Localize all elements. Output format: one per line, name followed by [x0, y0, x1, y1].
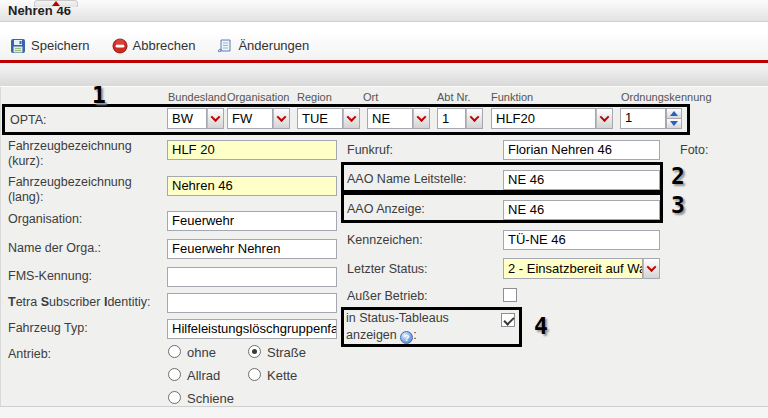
label-antrieb: Antrieb:: [8, 347, 160, 362]
save-button-label: Speichern: [31, 38, 90, 53]
letzter-status-dropdown-button[interactable]: [643, 258, 660, 279]
opta-label: OPTA:: [10, 113, 162, 128]
opta-organisation-value[interactable]: FW: [227, 108, 273, 129]
letzter-status-value[interactable]: 2 - Einsatzbereit auf Wac: [503, 258, 643, 279]
label-organisation: Organisation:: [8, 212, 160, 227]
opta-ordnungskennung-field[interactable]: 1: [620, 108, 666, 129]
label-kennzeichen: Kennzeichen:: [347, 233, 499, 248]
input-name-der-orga[interactable]: Feuerwehr Nehren: [167, 239, 337, 259]
panel-titlebar: Nehren 46: [0, 0, 768, 22]
label-letzter-status: Letzter Status:: [347, 262, 499, 277]
cancel-icon: [112, 38, 128, 54]
cancel-button-label: Abbrechen: [133, 38, 196, 53]
opta-abtnr-combo[interactable]: 1: [437, 108, 483, 129]
dropdown-arrow-icon: [470, 112, 480, 122]
opta-region-value[interactable]: TUE: [297, 108, 343, 129]
opta-abtnr-dropdown-button[interactable]: [466, 108, 483, 129]
radio-label-allrad: Allrad: [187, 368, 220, 383]
dropdown-arrow-icon: [417, 112, 427, 122]
opta-header-funktion: Funktion: [491, 91, 533, 103]
opta-bundesland-value[interactable]: BW: [167, 108, 207, 129]
opta-abtnr-value[interactable]: 1: [437, 108, 466, 129]
label-tetra-subscriber-identity: Tetra Subscriber Identitiy:: [8, 295, 168, 310]
input-funkruf[interactable]: Florian Nehren 46: [503, 140, 660, 160]
input-tetra-subscriber-identity[interactable]: [167, 293, 337, 313]
opta-header-region: Region: [297, 91, 332, 103]
label-fahrzeugbezeichnung-kurz: Fahrzeugbezeichnung (kurz):: [8, 139, 160, 169]
opta-header-organisation: Organisation: [227, 91, 289, 103]
help-icon[interactable]: ?: [400, 331, 413, 344]
label-fms-kennung: FMS-Kennung:: [8, 269, 160, 284]
opta-ordnungskennung-spinner[interactable]: [666, 108, 682, 129]
changes-button[interactable]: Änderungen: [214, 36, 312, 56]
opta-header-ort: Ort: [363, 91, 378, 103]
panel-footer: [0, 406, 768, 418]
input-fahrzeugbezeichnung-kurz[interactable]: HLF 20: [167, 140, 337, 160]
label-foto: Foto:: [680, 143, 740, 158]
save-icon: [10, 38, 26, 54]
spinner-down-icon: [670, 121, 678, 126]
radio-antrieb-schiene[interactable]: [168, 391, 181, 404]
dropdown-arrow-icon: [347, 112, 357, 122]
input-kennzeichen[interactable]: TÜ-NE 46: [503, 230, 660, 250]
radio-label-ohne: ohne: [187, 345, 216, 360]
radio-label-strasse: Straße: [267, 345, 306, 360]
radio-label-kette: Kette: [267, 368, 297, 383]
opta-funktion-combo[interactable]: HLF20: [491, 108, 613, 129]
spinner-up-button[interactable]: [666, 108, 682, 119]
opta-header-abtnr: Abt Nr.: [437, 91, 471, 103]
dropdown-arrow-icon: [600, 112, 610, 122]
opta-ort-combo[interactable]: NE: [367, 108, 430, 129]
cancel-button[interactable]: Abbrechen: [109, 36, 199, 56]
collapse-arrow-icon: [52, 1, 60, 6]
input-fahrzeug-typ[interactable]: Hilfeleistungslöschgruppenfa: [167, 319, 337, 339]
toolbar: Speichern Abbrechen Änderungen: [0, 31, 768, 60]
label-name-der-orga: Name der Orga.:: [8, 241, 160, 256]
opta-funktion-dropdown-button[interactable]: [596, 108, 613, 129]
opta-region-dropdown-button[interactable]: [343, 108, 360, 129]
changes-button-label: Änderungen: [238, 38, 309, 53]
radio-antrieb-allrad[interactable]: [168, 368, 181, 381]
input-fms-kennung[interactable]: [167, 267, 337, 287]
spinner-up-icon: [670, 111, 678, 116]
opta-organisation-dropdown-button[interactable]: [273, 108, 290, 129]
dropdown-arrow-icon: [211, 112, 221, 122]
label-aao-anzeige: AAO Anzeige:: [347, 202, 499, 217]
input-aao-name-leitstelle[interactable]: NE 46: [503, 170, 660, 190]
spinner-down-button[interactable]: [666, 119, 682, 129]
radio-antrieb-kette[interactable]: [248, 368, 261, 381]
opta-organisation-combo[interactable]: FW: [227, 108, 290, 129]
opta-header-bundesland: Bundesland: [168, 91, 226, 103]
letzter-status-combo[interactable]: 2 - Einsatzbereit auf Wac: [503, 258, 660, 279]
label-status-tableaus-line2: anzeigen ?:: [346, 328, 516, 344]
label-status-tableaus-line1: in Status-Tableaus: [346, 311, 498, 326]
label-fahrzeug-typ: Fahrzeug Typ:: [8, 321, 160, 336]
dropdown-arrow-icon: [647, 262, 657, 272]
collapse-handle[interactable]: [34, 0, 78, 7]
opta-bundesland-combo[interactable]: BW: [167, 108, 224, 129]
opta-region-combo[interactable]: TUE: [297, 108, 360, 129]
panel-header-band: [0, 63, 768, 87]
dropdown-arrow-icon: [277, 112, 287, 122]
save-button[interactable]: Speichern: [7, 36, 93, 56]
input-fahrzeugbezeichnung-lang[interactable]: Nehren 46: [167, 176, 337, 196]
label-fahrzeugbezeichnung-lang: Fahrzeugbezeichnung (lang):: [8, 175, 160, 205]
opta-bundesland-dropdown-button[interactable]: [207, 108, 224, 129]
label-aao-name-leitstelle: AAO Name Leitstelle:: [347, 172, 499, 187]
radio-label-schiene: Schiene: [187, 391, 234, 406]
input-organisation[interactable]: Feuerwehr: [167, 211, 337, 231]
opta-header-ordnungskennung: Ordnungskennung: [621, 91, 712, 103]
input-aao-anzeige[interactable]: NE 46: [503, 200, 660, 220]
checkbox-ausser-betrieb[interactable]: [503, 288, 517, 302]
opta-ort-value[interactable]: NE: [367, 108, 413, 129]
opta-funktion-value[interactable]: HLF20: [491, 108, 596, 129]
label-ausser-betrieb: Außer Betrieb:: [347, 289, 499, 304]
radio-antrieb-strasse[interactable]: [248, 345, 261, 358]
label-funkruf: Funkruf:: [347, 143, 499, 158]
changes-icon: [217, 38, 233, 54]
checkbox-status-tableaus[interactable]: [501, 313, 515, 327]
opta-ort-dropdown-button[interactable]: [413, 108, 430, 129]
radio-antrieb-ohne[interactable]: [168, 345, 181, 358]
